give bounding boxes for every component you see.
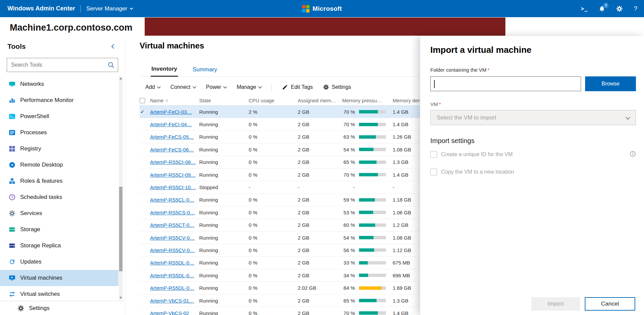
sidebar-item-roles-features[interactable]: Roles & features <box>0 173 118 189</box>
vm-name-link[interactable]: ArtemP-VbCS-02 <box>150 310 189 315</box>
table-row[interactable]: ✓ ArtemP-FeCI-03… Running 2 % 2 GB 70 % … <box>140 106 443 118</box>
toolbar-power-button[interactable]: Power <box>206 84 226 90</box>
table-row[interactable]: ArtemP-RS5CV-0… Running 0 % 2 GB 54 % 1.… <box>140 232 443 244</box>
scrollbar-thumb[interactable] <box>119 187 122 271</box>
table-row[interactable]: ArtemP-RS5CT-0… Running 0 % 2 GB 60 % 1.… <box>140 219 443 232</box>
table-row[interactable]: ArtemP-RS5CI-09… Running 0 % 2 GB 70 % 1… <box>140 169 443 181</box>
vm-name-link[interactable]: ArtemP-RS5CS-0… <box>150 210 195 215</box>
table-row[interactable]: ArtemP-RS5CV-0… Running 0 % 2 GB 56 % 1.… <box>140 244 443 256</box>
cancel-button[interactable]: Cancel <box>585 297 635 311</box>
sidebar-item-storage-replica[interactable]: Storage Replica <box>0 238 118 254</box>
server-manager-dropdown[interactable]: Server Manager <box>86 5 133 12</box>
info-icon[interactable] <box>630 151 636 157</box>
scroll-up-icon[interactable] <box>119 77 122 79</box>
microsoft-logo-icon <box>302 5 310 12</box>
vm-state: Running <box>199 235 249 241</box>
sidebar-item-settings[interactable]: Settings <box>9 301 125 315</box>
memory-pressure-bar <box>359 110 386 113</box>
sidebar-item-remote-desktop[interactable]: Remote Desktop <box>0 157 118 173</box>
create-unique-id-option[interactable]: Create a unique ID for the VM <box>430 150 513 159</box>
sidebar-item-registry[interactable]: Registry <box>0 141 118 157</box>
app-title[interactable]: Windows Admin Center <box>7 5 75 12</box>
sidebar-item-processes[interactable]: Processes <box>0 125 118 141</box>
create-unique-id-checkbox[interactable] <box>430 151 437 158</box>
sidebar-scrollbar[interactable] <box>119 76 123 300</box>
scroll-down-icon[interactable] <box>119 297 122 299</box>
column-header-assigned-mem[interactable]: Assigned mem… <box>298 98 342 103</box>
table-row[interactable]: ArtemP-FeCS-05… Running 0 % 2 GB 63 % 1.… <box>140 131 443 143</box>
sidebar-item-storage[interactable]: Storage <box>0 221 118 238</box>
toolbar-add-button[interactable]: Add <box>145 84 160 90</box>
vm-name-link[interactable]: ArtemP-FeCI-03… <box>150 109 192 115</box>
vm-name-link[interactable]: ArtemP-VbCS-01… <box>150 298 194 304</box>
vm-name-link[interactable]: ArtemP-RS5CT-0… <box>150 222 194 228</box>
vm-name-link[interactable]: ArtemP-RS5DL-0… <box>150 260 194 266</box>
vm-memory-pressure: 65 % <box>342 298 355 304</box>
vm-name-link[interactable]: ArtemP-RS5DL-0… <box>150 285 194 291</box>
vm-name-link[interactable]: ArtemP-RS5CI-09… <box>150 172 196 178</box>
table-row[interactable]: ArtemP-FeCS-06… Running 0 % 2 GB 54 % 1.… <box>140 143 443 156</box>
settings-gear-icon[interactable] <box>616 5 623 12</box>
sidebar-item-virtual-machines[interactable]: Virtual machines <box>0 270 118 286</box>
table-row[interactable]: ArtemP-RS5CI-08… Running 0 % 2 GB 65 % 1… <box>140 156 443 169</box>
vm-name-link[interactable]: ArtemP-RS5DL-0… <box>150 273 194 278</box>
folder-path-input[interactable] <box>431 77 581 91</box>
sidebar-item-updates[interactable]: Updates <box>0 254 118 270</box>
vm-name-link[interactable]: ArtemP-FeCS-06… <box>150 147 194 152</box>
vm-select-dropdown[interactable]: Select the VM to import <box>430 110 636 125</box>
toolbar-manage-button[interactable]: Manage <box>237 84 261 90</box>
toolbar-settings-button[interactable]: Settings <box>323 84 351 90</box>
toolbar-edit-tags-button[interactable]: Edit Tags <box>282 84 313 90</box>
tab-summary[interactable]: Summary <box>192 66 218 76</box>
memory-pressure-bar <box>359 261 386 265</box>
column-header-state[interactable]: State <box>199 98 249 103</box>
storage-replica-icon <box>9 242 15 249</box>
table-row[interactable]: ArtemP-RS5DL-0… Running 0 % 2 GB 34 % 69… <box>140 269 443 282</box>
select-all-checkbox[interactable] <box>140 98 145 103</box>
powershell-console-icon[interactable]: >_ <box>581 5 588 12</box>
sidebar-item-virtual-switches[interactable]: Virtual switches <box>0 286 118 301</box>
table-row[interactable]: ArtemP-RS5DL-0… Running 0 % 2 GB 33 % 67… <box>140 257 443 269</box>
chevron-down-icon <box>192 85 196 89</box>
sidebar-item-services[interactable]: Services <box>0 205 118 221</box>
column-header-name[interactable]: Name↑ <box>150 98 199 103</box>
vm-name-link[interactable]: ArtemP-RS5CI-10… <box>150 184 196 190</box>
vm-memory-pressure: 34 % <box>342 273 355 278</box>
toolbar-connect-button[interactable]: Connect <box>170 84 196 90</box>
notification-badge: 7 <box>603 3 609 8</box>
table-row[interactable]: ArtemP-FeCI-04… Running 0 % 2 GB 70 % 1.… <box>140 118 443 131</box>
copy-vm-option[interactable]: Copy the VM to a new location <box>430 168 514 176</box>
sidebar-item-performance-monitor[interactable]: Performance Monitor <box>0 92 118 108</box>
vm-name-link[interactable]: ArtemP-FeCI-04… <box>150 121 192 127</box>
sidebar-item-scheduled-tasks[interactable]: Scheduled tasks <box>0 189 118 205</box>
notifications-bell-icon[interactable]: 7 <box>599 5 605 12</box>
chevron-down-icon <box>625 115 630 119</box>
vm-cpu-usage: 0 % <box>249 121 298 127</box>
vm-name-link[interactable]: ArtemP-FeCS-05… <box>150 134 194 140</box>
memory-pressure-bar <box>359 161 386 164</box>
column-header-memory-pressu[interactable]: Memory pressu… <box>342 98 393 103</box>
vm-assigned-memory: 2 GB <box>298 235 342 241</box>
collapse-tools-pane-button[interactable] <box>111 43 117 50</box>
search-tools-input[interactable] <box>7 58 118 72</box>
table-row[interactable]: ArtemP-VbCS-02 Running 0 % 2 GB 70 % 1.4… <box>140 307 443 315</box>
import-button[interactable]: Import <box>531 297 580 311</box>
vm-name-link[interactable]: ArtemP-RS5CI-08… <box>150 159 196 165</box>
vm-name-link[interactable]: ArtemP-RS5CV-0… <box>150 235 195 241</box>
copy-vm-checkbox[interactable] <box>430 169 437 175</box>
sidebar-item-networks[interactable]: Networks <box>0 76 118 92</box>
table-row[interactable]: ArtemP-RS5CI-10… Stopped - - - - <box>140 181 443 194</box>
table-row[interactable]: ArtemP-VbCS-01… Running 0 % 2 GB 65 % 1.… <box>140 294 443 307</box>
table-row[interactable]: ArtemP-RS5DL-0… Running 0 % 2.02 GB 84 %… <box>140 282 443 294</box>
tab-inventory[interactable]: Inventory <box>151 66 178 77</box>
column-header-cpu-usage[interactable]: CPU usage <box>249 98 298 103</box>
table-row[interactable]: ArtemP-RS5CL-0… Running 0 % 2 GB 59 % 1.… <box>140 194 443 206</box>
browse-button[interactable]: Browse <box>585 76 636 91</box>
sidebar-item-powershell[interactable]: PowerShell <box>0 108 118 125</box>
table-row[interactable]: ArtemP-RS5CS-0… Running 0 % 2 GB 53 % 1.… <box>140 206 443 219</box>
vm-name-link[interactable]: ArtemP-RS5CL-0… <box>150 197 194 203</box>
folder-label: Folder containing the VM* <box>430 67 490 73</box>
help-icon[interactable]: ? <box>634 5 637 12</box>
vm-name-link[interactable]: ArtemP-RS5CV-0… <box>150 247 195 253</box>
vm-cpu-usage: 0 % <box>249 172 298 178</box>
